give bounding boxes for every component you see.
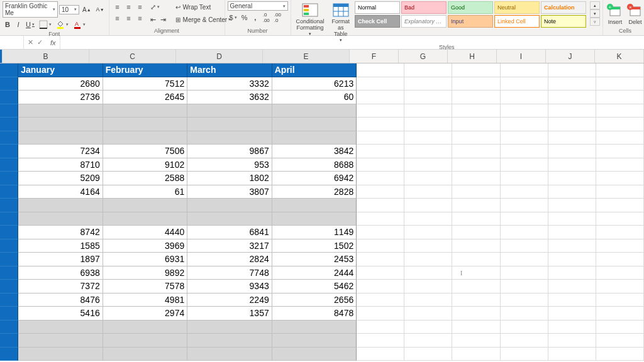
data-cell[interactable] bbox=[103, 212, 188, 226]
row-header[interactable] bbox=[0, 239, 18, 253]
empty-cell[interactable] bbox=[596, 77, 644, 91]
empty-cell[interactable] bbox=[357, 239, 404, 253]
empty-cell[interactable] bbox=[452, 307, 500, 321]
decrease-font-icon[interactable]: A▼ bbox=[94, 4, 106, 15]
decrease-decimal-icon[interactable]: .00.0 bbox=[272, 12, 283, 23]
align-center-icon[interactable]: ≡ bbox=[123, 13, 135, 24]
data-cell[interactable] bbox=[18, 199, 103, 212]
empty-cell[interactable] bbox=[404, 118, 452, 131]
empty-cell[interactable] bbox=[357, 212, 404, 226]
data-cell[interactable]: 2974 bbox=[103, 307, 188, 321]
empty-cell[interactable] bbox=[404, 348, 452, 361]
empty-cell[interactable] bbox=[452, 334, 500, 348]
row-header[interactable] bbox=[0, 63, 18, 77]
col-header-F[interactable]: F bbox=[350, 50, 399, 63]
col-header-J[interactable]: J bbox=[546, 50, 595, 63]
row-header[interactable] bbox=[0, 293, 18, 307]
empty-cell[interactable] bbox=[596, 239, 644, 253]
data-cell[interactable]: 2824 bbox=[187, 253, 272, 266]
empty-cell[interactable] bbox=[596, 253, 644, 266]
data-cell[interactable] bbox=[187, 104, 272, 118]
data-cell[interactable]: 3807 bbox=[187, 185, 272, 199]
empty-cell[interactable] bbox=[452, 226, 500, 239]
empty-cell[interactable] bbox=[357, 253, 404, 266]
empty-cell[interactable] bbox=[452, 131, 500, 145]
empty-cell[interactable] bbox=[501, 212, 548, 226]
empty-cell[interactable] bbox=[404, 334, 452, 348]
data-cell[interactable]: 2656 bbox=[272, 293, 357, 307]
data-cell[interactable] bbox=[272, 131, 357, 145]
fx-icon[interactable]: fx bbox=[47, 39, 56, 47]
empty-cell[interactable] bbox=[548, 90, 596, 104]
empty-cell[interactable] bbox=[548, 199, 596, 212]
empty-cell[interactable] bbox=[452, 266, 500, 280]
empty-cell[interactable] bbox=[501, 118, 548, 131]
empty-cell[interactable] bbox=[548, 293, 596, 307]
empty-cell[interactable] bbox=[452, 90, 500, 104]
empty-cell[interactable] bbox=[596, 226, 644, 239]
empty-cell[interactable] bbox=[548, 104, 596, 118]
data-cell[interactable]: 8478 bbox=[272, 307, 357, 321]
empty-cell[interactable] bbox=[404, 239, 452, 253]
empty-cell[interactable] bbox=[548, 253, 596, 266]
empty-cell[interactable] bbox=[404, 307, 452, 321]
empty-cell[interactable] bbox=[452, 321, 500, 334]
data-cell[interactable]: 9867 bbox=[187, 145, 272, 158]
data-cell[interactable]: 4981 bbox=[103, 293, 188, 307]
row-header[interactable] bbox=[0, 145, 18, 158]
empty-cell[interactable] bbox=[596, 131, 644, 145]
empty-cell[interactable] bbox=[357, 266, 404, 280]
empty-cell[interactable] bbox=[501, 199, 548, 212]
style-cell-normal[interactable]: Normal bbox=[355, 1, 400, 14]
empty-cell[interactable] bbox=[596, 185, 644, 199]
data-cell[interactable]: 7506 bbox=[103, 145, 188, 158]
data-cell[interactable]: 8688 bbox=[272, 158, 357, 172]
data-cell[interactable]: 6931 bbox=[103, 253, 188, 266]
conditional-formatting-button[interactable]: Conditional Formatting ▾ bbox=[294, 1, 327, 37]
empty-cell[interactable] bbox=[548, 307, 596, 321]
row-header[interactable] bbox=[0, 172, 18, 185]
row-header[interactable] bbox=[0, 321, 18, 334]
style-cell-linked-cell[interactable]: Linked Cell bbox=[494, 15, 540, 28]
empty-cell[interactable] bbox=[501, 239, 548, 253]
currency-button[interactable]: $ bbox=[228, 12, 239, 23]
data-cell[interactable] bbox=[18, 118, 103, 131]
col-header-C[interactable]: C bbox=[89, 50, 176, 63]
empty-cell[interactable] bbox=[501, 77, 548, 91]
gallery-down-icon[interactable]: ▾ bbox=[590, 9, 600, 18]
data-cell[interactable]: 2645 bbox=[103, 90, 188, 104]
empty-cell[interactable] bbox=[596, 293, 644, 307]
data-cell[interactable]: 3332 bbox=[187, 77, 272, 91]
data-cell[interactable]: 2453 bbox=[272, 253, 357, 266]
empty-cell[interactable] bbox=[357, 63, 404, 77]
data-cell[interactable]: 8710 bbox=[18, 158, 103, 172]
empty-cell[interactable] bbox=[357, 90, 404, 104]
empty-cell[interactable] bbox=[452, 348, 500, 361]
row-header[interactable] bbox=[0, 348, 18, 361]
empty-cell[interactable] bbox=[404, 185, 452, 199]
data-cell[interactable]: 3632 bbox=[187, 90, 272, 104]
data-cell[interactable] bbox=[272, 118, 357, 131]
data-cell[interactable]: 2249 bbox=[187, 293, 272, 307]
empty-cell[interactable] bbox=[548, 185, 596, 199]
row-header[interactable] bbox=[0, 118, 18, 131]
row-header[interactable] bbox=[0, 307, 18, 321]
empty-cell[interactable] bbox=[548, 172, 596, 185]
data-cell[interactable]: 5209 bbox=[18, 172, 103, 185]
italic-button[interactable]: I bbox=[13, 19, 23, 30]
empty-cell[interactable] bbox=[548, 118, 596, 131]
row-header[interactable] bbox=[0, 266, 18, 280]
empty-cell[interactable] bbox=[501, 145, 548, 158]
empty-cell[interactable] bbox=[501, 63, 548, 77]
data-cell[interactable] bbox=[187, 321, 272, 334]
empty-cell[interactable] bbox=[357, 131, 404, 145]
percent-button[interactable]: % bbox=[240, 12, 250, 23]
data-cell[interactable]: 5416 bbox=[18, 307, 103, 321]
empty-cell[interactable] bbox=[404, 145, 452, 158]
empty-cell[interactable] bbox=[548, 212, 596, 226]
empty-cell[interactable] bbox=[452, 293, 500, 307]
row-header[interactable] bbox=[0, 90, 18, 104]
empty-cell[interactable] bbox=[357, 348, 404, 361]
col-header-E[interactable]: E bbox=[263, 50, 350, 63]
data-cell[interactable]: 1585 bbox=[18, 239, 103, 253]
